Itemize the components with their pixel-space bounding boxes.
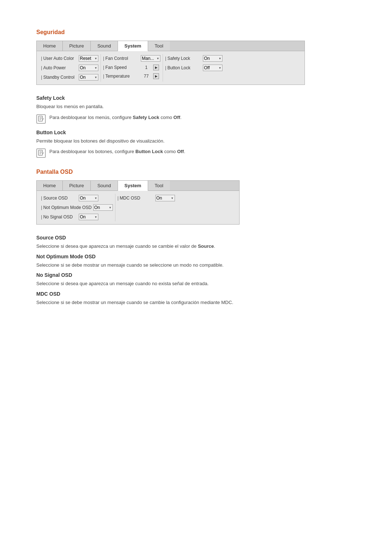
safety-lock-select[interactable]: On Off [203,55,222,62]
not-optimum-mode-osd-body: Seleccione si se debe mostrar un mensaje… [36,262,356,269]
fan-control-select[interactable]: Man... Auto [141,55,160,62]
tab-home-2[interactable]: Home [37,181,63,190]
seguridad-title: Seguridad [36,29,356,36]
seguridad-col-2: Fan Control Man... Auto Fan Speed 1 ▶ Te… [101,54,163,82]
auto-power-select[interactable]: On Off [79,65,98,71]
standby-control-select[interactable]: On Off [79,74,98,81]
fan-control-label: Fan Control [103,56,139,61]
user-auto-color-select-wrapper[interactable]: Reset [79,55,98,62]
tab-system-1[interactable]: System [118,41,148,51]
fan-control-select-wrapper[interactable]: Man... Auto [141,55,160,62]
source-osd-select-wrapper[interactable]: On Off [79,195,98,201]
mdc-osd-select[interactable]: On Off [155,195,175,201]
safety-lock-label: Safety Lock [165,56,201,61]
note-icon-2 [36,148,46,158]
safety-lock-select-wrapper[interactable]: On Off [203,55,222,62]
pantalla-osd-tabs: Home Picture Sound System Tool [37,181,239,191]
seguridad-menu-table: Home Picture Sound System Tool User Auto… [36,41,305,85]
no-signal-osd-title: No Signal OSD [36,272,356,278]
pantalla-col-1: Source OSD On Off Not Optimum Mode OSD O… [39,194,115,221]
not-optimum-mode-osd-section: Not Optimum Mode OSD Seleccione si se de… [36,254,356,269]
seguridad-tabs: Home Picture Sound System Tool [37,41,305,51]
mdc-osd-body: Seleccione si se debe mostrar un mensaje… [36,299,356,306]
menu-row-source-osd: Source OSD On Off [40,194,114,202]
standby-control-select-wrapper[interactable]: On Off [79,74,98,81]
not-optimum-mode-osd-label: Not Optimum Mode OSD [41,205,92,210]
safety-lock-section: Safety Lock Bloquear los menús en pantal… [36,95,356,124]
menu-row-no-signal-osd: No Signal OSD On Off [40,213,114,221]
fan-speed-value: 1 [141,65,152,70]
menu-row-safety-lock: Safety Lock On Off [164,54,223,63]
tab-system-2[interactable]: System [118,181,148,191]
temperature-label: Temperature [103,74,139,79]
source-osd-label: Source OSD [41,196,77,201]
auto-power-select-wrapper[interactable]: On Off [79,65,98,71]
mdc-osd-title: MDC OSD [36,291,356,297]
source-osd-title: Source OSD [36,235,356,241]
source-osd-section: Source OSD Seleccione si desea que apare… [36,235,356,250]
no-signal-osd-select-wrapper[interactable]: On Off [79,214,98,220]
note-icon-1 [36,114,46,124]
tab-sound-2[interactable]: Sound [91,181,118,190]
menu-row-standby-control: Standby Control On Off [40,73,99,82]
user-auto-color-label: User Auto Color [41,56,77,61]
no-signal-osd-section: No Signal OSD Seleccione si desea que ap… [36,272,356,287]
button-lock-select[interactable]: On Off [203,65,222,71]
menu-row-temperature: Temperature 77 ▶ [102,72,161,80]
button-lock-select-wrapper[interactable]: On Off [203,65,222,71]
mdc-osd-label: MDC OSD [118,196,154,201]
mdc-osd-select-wrapper[interactable]: On Off [155,195,175,201]
not-optimum-mode-osd-title: Not Optimum Mode OSD [36,254,356,259]
button-lock-label: Button Lock [165,65,201,70]
safety-lock-title: Safety Lock [36,95,356,101]
fan-speed-label: Fan Speed [103,65,139,70]
button-lock-section: Button Lock Permite bloquear los botones… [36,130,356,158]
menu-row-auto-power: Auto Power On Off [40,63,99,72]
seguridad-col-3: Safety Lock On Off Button Lock On Off [163,54,225,82]
temperature-arrow[interactable]: ▶ [153,73,159,79]
no-signal-osd-body: Seleccione si desea que aparezca un mens… [36,280,356,287]
menu-row-mdc-osd: MDC OSD On Off [117,194,176,202]
pantalla-col-2: MDC OSD On Off [115,194,177,221]
seguridad-col-1: User Auto Color Reset Auto Power On Off [39,54,101,82]
not-optimum-mode-osd-select-wrapper[interactable]: On Off [93,204,113,211]
mdc-osd-section: MDC OSD Seleccione si se debe mostrar un… [36,291,356,306]
button-lock-body: Permite bloquear los botones del disposi… [36,138,356,145]
user-auto-color-select[interactable]: Reset [79,55,98,62]
seguridad-menu-body: User Auto Color Reset Auto Power On Off [37,51,305,85]
tab-tool-2[interactable]: Tool [148,181,170,190]
menu-row-fan-control: Fan Control Man... Auto [102,54,161,63]
menu-row-not-optimum-mode-osd: Not Optimum Mode OSD On Off [40,203,114,212]
menu-row-fan-speed: Fan Speed 1 ▶ [102,63,161,71]
menu-row-button-lock: Button Lock On Off [164,63,223,72]
button-lock-title: Button Lock [36,130,356,135]
tab-home-1[interactable]: Home [37,41,63,51]
fan-speed-arrow[interactable]: ▶ [153,65,159,70]
not-optimum-mode-osd-select[interactable]: On Off [93,204,113,211]
standby-control-label: Standby Control [41,75,77,80]
pantalla-osd-title: Pantalla OSD [36,169,356,175]
no-signal-osd-label: No Signal OSD [41,214,77,219]
pantalla-osd-menu-body: Source OSD On Off Not Optimum Mode OSD O… [37,191,239,224]
tab-tool-1[interactable]: Tool [148,41,170,51]
safety-lock-note: Para desbloquear los menús, configure Sa… [36,114,356,124]
menu-row-user-auto-color: User Auto Color Reset [40,54,99,63]
source-osd-body: Seleccione si desea que aparezca un mens… [36,243,356,250]
safety-lock-note-text: Para desbloquear los menús, configure Sa… [49,114,181,121]
source-osd-select[interactable]: On Off [79,195,98,201]
tab-picture-2[interactable]: Picture [63,181,91,190]
pantalla-osd-menu-table: Home Picture Sound System Tool Source OS… [36,180,240,225]
temperature-value: 77 [141,74,152,79]
safety-lock-body: Bloquear los menús en pantalla. [36,103,356,110]
button-lock-note: Para desbloquear los botones, configure … [36,148,356,158]
tab-sound-1[interactable]: Sound [91,41,118,51]
no-signal-osd-select[interactable]: On Off [79,214,98,220]
button-lock-note-text: Para desbloquear los botones, configure … [49,148,185,155]
auto-power-label: Auto Power [41,65,77,70]
tab-picture-1[interactable]: Picture [63,41,91,51]
